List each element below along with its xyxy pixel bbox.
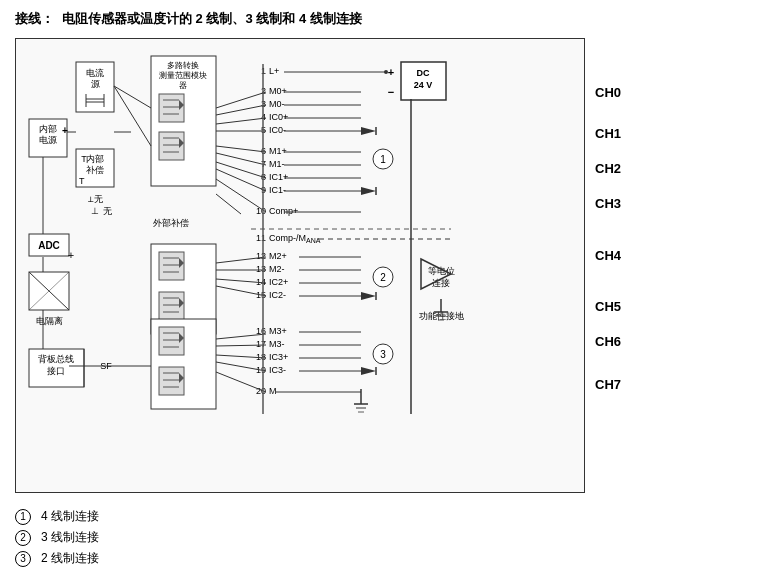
svg-text:DC: DC [417,68,430,78]
svg-line-171 [216,162,266,178]
svg-text:13: 13 [256,264,266,274]
svg-line-173 [216,179,266,212]
svg-text:内部: 内部 [86,154,104,164]
svg-text:2: 2 [380,272,386,283]
svg-text:IC1-: IC1- [269,185,286,195]
ch0-label: CH0 [595,82,621,103]
ch7-label: CH7 [595,374,621,395]
svg-text:⊥无: ⊥无 [87,194,103,204]
svg-line-182 [216,372,266,392]
svg-text:L+: L+ [269,66,279,76]
svg-line-156 [114,86,151,108]
svg-marker-109 [361,292,376,300]
footnote-1: 1 4 线制连接 [15,508,756,525]
title-bar: 接线： 电阻传感器或温度计的 2 线制、3 线制和 4 线制连接 [15,10,756,28]
svg-text:M: M [269,386,277,396]
svg-text:内部: 内部 [39,124,57,134]
svg-line-167 [216,118,266,124]
title-text: 电阻传感器或温度计的 2 线制、3 线制和 4 线制连接 [62,10,362,28]
svg-text:−: − [388,86,394,98]
svg-point-48 [384,70,388,74]
svg-text:12: 12 [256,251,266,261]
ch2-label: CH2 [595,158,621,179]
svg-text:IC0+: IC0+ [269,112,288,122]
svg-marker-136 [361,367,376,375]
svg-text:ADC: ADC [38,240,60,251]
svg-text:M1+: M1+ [269,146,287,156]
svg-text:IC2-: IC2- [269,290,286,300]
svg-text:IC1+: IC1+ [269,172,288,182]
ch5-label: CH5 [595,296,621,317]
svg-text:IC3-: IC3- [269,365,286,375]
footnote-3: 3 2 线制连接 [15,550,756,567]
svg-text:电源: 电源 [39,135,57,145]
svg-text:M3+: M3+ [269,326,287,336]
footnote-2-text: 3 线制连接 [41,529,99,546]
svg-line-165 [216,92,266,108]
footnote-2: 2 3 线制连接 [15,529,756,546]
svg-text:IC2+: IC2+ [269,277,288,287]
page: 接线： 电阻传感器或温度计的 2 线制、3 线制和 4 线制连接 电流 源 多路… [0,0,771,574]
svg-text:M2-: M2- [269,264,285,274]
svg-text:器: 器 [179,81,187,90]
svg-text:IC3+: IC3+ [269,352,288,362]
diagram-svg: 电流 源 多路转换 测量范围模块 器 [21,44,591,484]
ch-labels: CH0 CH1 CH2 CH3 CH4 CH5 CH6 CH7 [595,38,621,409]
svg-text:IC0-: IC0- [269,125,286,135]
svg-text:11: 11 [256,233,266,243]
ch1-label: CH1 [595,123,621,144]
svg-text:无: 无 [103,206,112,216]
ch6-label: CH6 [595,331,621,352]
svg-text:17: 17 [256,339,266,349]
footnote-3-num: 3 [15,551,31,567]
svg-text:M0-: M0- [269,99,285,109]
svg-text:3: 3 [380,349,386,360]
svg-text:电流: 电流 [86,68,104,78]
svg-text:补偿: 补偿 [86,165,104,175]
svg-text:电隔离: 电隔离 [36,316,63,326]
svg-text:M2+: M2+ [269,251,287,261]
svg-text:M3-: M3- [269,339,285,349]
svg-text:外部补偿: 外部补偿 [153,218,189,228]
svg-text:M0+: M0+ [269,86,287,96]
svg-text:+: + [68,249,74,261]
svg-text:+: + [62,125,68,136]
svg-marker-61 [361,127,376,135]
footnote-3-text: 2 线制连接 [41,550,99,567]
svg-text:背板总线: 背板总线 [38,354,74,364]
footnote-2-num: 2 [15,530,31,546]
footnote-1-text: 4 线制连接 [41,508,99,525]
svg-text:1: 1 [380,154,386,165]
svg-text:多路转换: 多路转换 [167,61,199,70]
svg-text:接口: 接口 [47,366,65,376]
svg-text:⊥: ⊥ [91,206,99,216]
svg-line-169 [216,146,266,152]
svg-text:24 V: 24 V [414,80,433,90]
footnote-1-num: 1 [15,509,31,525]
svg-text:Comp+: Comp+ [269,206,298,216]
ch3-label: CH3 [595,193,621,214]
svg-text:Comp-/MANA: Comp-/MANA [269,233,321,244]
svg-text:T: T [81,154,87,164]
svg-line-170 [216,153,266,165]
diagram-container: 电流 源 多路转换 测量范围模块 器 [15,38,756,493]
svg-text:+: + [388,66,394,78]
svg-line-172 [216,169,266,191]
svg-marker-75 [361,187,376,195]
svg-text:源: 源 [91,79,100,89]
ch4-label: CH4 [595,245,621,266]
footnotes: 1 4 线制连接 2 3 线制连接 3 2 线制连接 [15,508,756,567]
svg-line-166 [216,105,266,115]
svg-line-157 [114,86,151,146]
title-prefix: 接线： [15,10,54,28]
svg-text:测量范围模块: 测量范围模块 [159,71,207,80]
diagram-box: 电流 源 多路转换 测量范围模块 器 [15,38,585,493]
svg-text:T: T [79,176,85,186]
svg-line-185 [216,194,241,214]
svg-text:M1-: M1- [269,159,285,169]
